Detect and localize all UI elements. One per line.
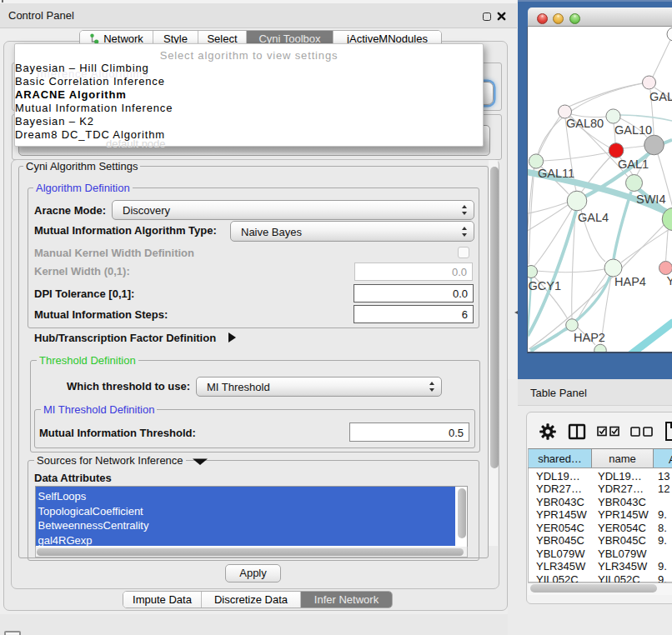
svg-text:GAL11: GAL11 <box>538 167 574 180</box>
svg-text:GAL7: GAL7 <box>649 90 672 103</box>
svg-text:HAP4: HAP4 <box>614 275 646 288</box>
svg-text:GAL4: GAL4 <box>578 211 609 224</box>
svg-text:GCY1: GCY1 <box>528 279 561 292</box>
svg-text:SWI4: SWI4 <box>636 192 665 206</box>
svg-text:HAP2: HAP2 <box>574 331 605 344</box>
svg-text:GAL80: GAL80 <box>566 117 604 130</box>
svg-text:YB: YB <box>666 274 672 288</box>
svg-text:GAL10: GAL10 <box>614 123 652 137</box>
svg-text:GAL1: GAL1 <box>618 158 649 171</box>
